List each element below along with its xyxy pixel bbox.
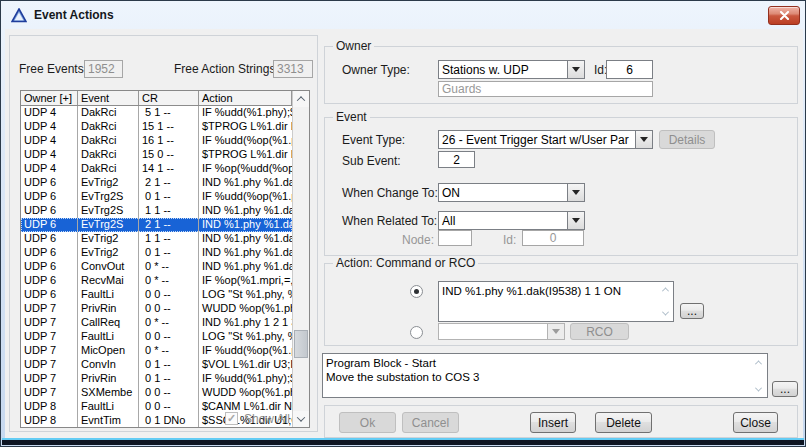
owner-type-label: Owner Type: — [342, 63, 410, 77]
cell-owner: UDP 7 — [21, 330, 78, 344]
table-row[interactable]: UDP 7 ConvIn 0 1 -- $VOL L%1.dir U3;Il — [21, 358, 292, 372]
table-row[interactable]: UDP 4 DakRci 14 1 -- IF %op(%udd(%op( — [21, 162, 292, 176]
table-row[interactable]: UDP 6 FaultLi 0 0 -- LOG "St %1.phy, % — [21, 288, 292, 302]
cell-owner: UDP 8 — [21, 414, 78, 427]
table-row[interactable]: UDP 6 EvTrig2 2 1 -- IND %1.phy %1.da — [21, 176, 292, 190]
header-action[interactable]: Action — [199, 91, 292, 105]
cell-event: EvTrg2S — [78, 218, 139, 232]
sub-event-label: Sub Event: — [342, 154, 401, 168]
command-browse-button[interactable]: ... — [680, 303, 704, 319]
table-row[interactable]: UDP 4 DakRci 16 1 -- IF %udd(%op(%1.ph — [21, 134, 292, 148]
comment-browse-button[interactable]: ... — [772, 381, 798, 397]
cell-event: EvTrig2 — [78, 232, 139, 246]
table-row[interactable]: UDP 6 EvTrig2 0 1 -- IND %1.phy %1.da — [21, 246, 292, 260]
cell-action: IND %1.phy 1 2 1 3 — [199, 316, 292, 330]
cell-owner: UDP 6 — [21, 204, 78, 218]
cell-owner: UDP 6 — [21, 288, 78, 302]
titlebar[interactable]: Event Actions — [2, 2, 804, 28]
event-type-label: Event Type: — [342, 133, 405, 147]
close-button[interactable] — [768, 6, 800, 25]
command-radio[interactable] — [410, 285, 423, 298]
table-scrollbar[interactable] — [292, 91, 309, 427]
cell-cr: 0 * -- — [139, 316, 199, 330]
cell-cr: 16 1 -- — [139, 134, 199, 148]
cancel-button[interactable]: Cancel — [402, 412, 459, 433]
show-all-label: Show All — [244, 412, 290, 426]
table-row[interactable]: UDP 6 RecvMai 0 * -- IF %op(%1.mpri,=,4 — [21, 274, 292, 288]
table-row[interactable]: UDP 4 DakRci 15 0 -- $TPROG L%1.dir L — [21, 148, 292, 162]
owner-type-value: Stations w. UDP — [439, 61, 567, 78]
action-group-legend: Action: Command or RCO — [333, 256, 478, 270]
cell-cr: 0 0 -- — [139, 302, 199, 316]
cell-event: FaultLi — [78, 400, 139, 414]
chevron-down-icon[interactable] — [567, 212, 584, 229]
table-row[interactable]: UDP 4 DakRci 15 1 -- $TPROG L%1.dir L — [21, 120, 292, 134]
rco-radio[interactable] — [410, 326, 423, 339]
scroll-up-icon[interactable] — [756, 360, 761, 365]
cell-cr: 5 1 -- — [139, 106, 199, 120]
table-row[interactable]: UDP 6 EvTrig2 1 1 -- IND %1.phy %1.da — [21, 232, 292, 246]
scroll-down-icon[interactable] — [293, 411, 309, 427]
cell-event: RecvMai — [78, 274, 139, 288]
table-row[interactable]: UDP 7 PrivRin 0 1 -- IF %udd(%1.phy);$l — [21, 372, 292, 386]
when-related-to-value: All — [439, 212, 567, 229]
header-event[interactable]: Event — [78, 91, 139, 105]
table-row[interactable]: UDP 6 EvTrg2S 0 1 -- IF %udd(%op(%1.ph — [21, 190, 292, 204]
cell-event: DakRci — [78, 120, 139, 134]
table-row[interactable]: UDP 7 SXMembe 0 0 -- WUDD %op(%1.ph — [21, 386, 292, 400]
comment-textarea[interactable]: Program Block - Start Move the substatio… — [322, 353, 768, 398]
header-owner[interactable]: Owner [+] — [21, 91, 78, 105]
table-header[interactable]: Owner [+] Event CR Action — [21, 91, 292, 106]
sub-event-field[interactable]: 2 — [438, 151, 475, 168]
scroll-up-icon[interactable] — [293, 91, 309, 107]
table-body: UDP 4 DakRci 5 1 -- IF %udd(%1.phy);$S U… — [21, 106, 292, 427]
cell-action: IND %1.phy %1.da — [199, 232, 292, 246]
scroll-down-icon[interactable] — [663, 311, 668, 316]
event-type-select[interactable]: 26 - Event Trigger Start w/User Par — [438, 130, 653, 149]
table-row[interactable]: UDP 7 MicOpen 0 * -- IF %udd(%op(%1.pl — [21, 344, 292, 358]
owner-id-field[interactable]: 6 — [606, 60, 653, 79]
insert-button[interactable]: Insert — [530, 412, 576, 433]
table-row[interactable]: UDP 6 EvTrg2S 2 1 -- IND %1.phy %1.dak — [21, 218, 292, 232]
chevron-down-icon[interactable] — [567, 61, 584, 78]
header-cr[interactable]: CR — [139, 91, 199, 105]
close-dialog-button[interactable]: Close — [733, 412, 778, 433]
command-textarea[interactable]: IND %1.phy %1.dak(I9538) 1 1 ON — [438, 281, 674, 322]
cell-action: IND %1.phy %1.dak — [199, 218, 292, 232]
rco-select-value — [439, 324, 547, 339]
cell-action: IND %1.phy %1.da — [199, 246, 292, 260]
cell-event: MicOpen — [78, 344, 139, 358]
when-related-to-select[interactable]: All — [438, 211, 585, 230]
table-row[interactable]: UDP 6 ConvOut 0 * -- IND %1.phy %1.da — [21, 260, 292, 274]
table-row[interactable]: UDP 7 FaultLi 0 0 -- LOG "St %1.phy, % — [21, 330, 292, 344]
cell-action: IF %udd(%op(%1.ph — [199, 190, 292, 204]
table-row[interactable]: UDP 4 DakRci 5 1 -- IF %udd(%1.phy);$S — [21, 106, 292, 120]
node-id-field[interactable]: 0 — [522, 230, 584, 246]
cell-event: ConvOut — [78, 260, 139, 274]
rco-select[interactable] — [438, 323, 565, 340]
cell-action: IF %op(%1.mpri,=,4 — [199, 274, 292, 288]
details-button[interactable]: Details — [659, 130, 715, 149]
cell-cr: 2 1 -- — [139, 176, 199, 190]
cell-action: IND %1.phy %1.da — [199, 176, 292, 190]
chevron-down-icon[interactable] — [635, 131, 652, 148]
action-group: Action: Command or RCO IND %1.phy %1.dak… — [324, 263, 798, 346]
cell-owner: UDP 6 — [21, 190, 78, 204]
ok-button[interactable]: Ok — [339, 412, 396, 433]
table-row[interactable]: UDP 7 CallReq 0 * -- IND %1.phy 1 2 1 3 — [21, 316, 292, 330]
table-row[interactable]: UDP 7 PrivRin 0 0 -- WUDD %op(%1.ph — [21, 302, 292, 316]
delete-button[interactable]: Delete — [595, 412, 652, 433]
guards-field[interactable]: Guards — [438, 81, 653, 97]
scroll-up-icon[interactable] — [663, 287, 793, 292]
owner-type-select[interactable]: Stations w. UDP — [438, 60, 585, 79]
event-group-legend: Event — [333, 110, 370, 124]
rco-button[interactable]: RCO — [570, 323, 629, 340]
chevron-down-icon[interactable] — [567, 184, 584, 201]
node-field[interactable] — [438, 230, 472, 246]
show-all-checkbox[interactable]: ✓ — [225, 412, 238, 425]
scroll-down-icon[interactable] — [756, 387, 761, 392]
cell-cr: 0 1 -- — [139, 358, 199, 372]
when-change-to-select[interactable]: ON — [438, 183, 585, 202]
scrollbar-thumb[interactable] — [294, 330, 308, 358]
table-row[interactable]: UDP 6 EvTrg2S 1 1 -- IND %1.phy %1.da — [21, 204, 292, 218]
